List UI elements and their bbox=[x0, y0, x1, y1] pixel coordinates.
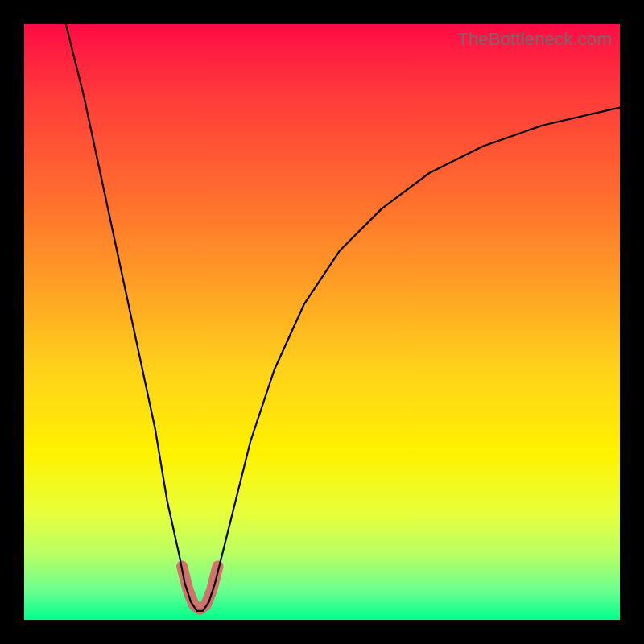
chart-svg bbox=[24, 24, 620, 620]
watermark-text: TheBottleneck.com bbox=[457, 29, 612, 50]
optimal-region-highlight bbox=[182, 566, 217, 609]
chart-frame: TheBottleneck.com bbox=[24, 24, 620, 620]
bottleneck-curve bbox=[66, 24, 620, 611]
